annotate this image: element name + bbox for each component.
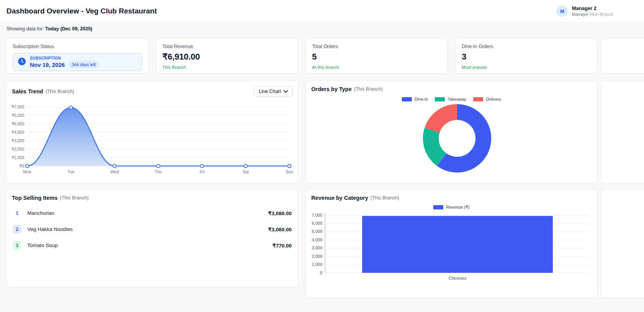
svg-text:Tue: Tue bbox=[68, 169, 75, 174]
takeaway-swatch-icon bbox=[435, 97, 445, 101]
item-name: Tomato Soup bbox=[27, 242, 58, 248]
svg-text:6,000: 6,000 bbox=[312, 221, 322, 226]
user-name: Manager 2 bbox=[572, 5, 613, 12]
list-item: 3 Tomato Soup ₹770.00 bbox=[12, 239, 292, 252]
svg-text:5,000: 5,000 bbox=[312, 229, 322, 234]
rank-badge: 2 bbox=[13, 225, 21, 234]
dinein-orders-label: Dine-In Orders bbox=[462, 44, 591, 49]
top-selling-list: 1 Manchurian ₹3,080.00 2 Veg Hakka Noodl… bbox=[12, 206, 292, 252]
subscription-card-label: Subscription Status bbox=[13, 44, 142, 49]
subscription-box: SUBSCRIPTION Nov 19, 2026 344 days left bbox=[13, 53, 142, 71]
item-amount: ₹770.00 bbox=[272, 242, 292, 249]
total-revenue-value: ₹6,910.00 bbox=[162, 52, 292, 62]
orders-by-type-chart bbox=[311, 101, 592, 177]
svg-text:4,000: 4,000 bbox=[312, 237, 322, 242]
top-selling-subtitle: (This Branch) bbox=[60, 195, 89, 201]
revenue-swatch-icon bbox=[433, 205, 443, 209]
app-header: Dashboard Overview - Veg Club Restaurant… bbox=[0, 0, 644, 23]
svg-text:₹2,000: ₹2,000 bbox=[12, 147, 24, 151]
item-amount: ₹3,060.00 bbox=[268, 226, 292, 232]
total-orders-note: At this branch bbox=[312, 65, 441, 70]
chevron-down-icon bbox=[284, 89, 288, 94]
page-title: Dashboard Overview - Veg Club Restaurant bbox=[7, 7, 157, 15]
sales-trend-subtitle: (This Branch) bbox=[45, 89, 74, 94]
subscription-badge-title: SUBSCRIPTION bbox=[30, 56, 99, 60]
legend-item-dinein[interactable]: Dine-In bbox=[402, 97, 428, 101]
delivery-swatch-icon bbox=[473, 97, 483, 101]
svg-text:7,000: 7,000 bbox=[312, 213, 322, 217]
legend-item-delivery[interactable]: Delivery bbox=[473, 97, 501, 101]
user-role: Manager bbox=[572, 12, 588, 17]
rank-badge: 1 bbox=[13, 209, 21, 217]
legend-label-delivery: Delivery bbox=[486, 97, 501, 101]
svg-text:₹3,000: ₹3,000 bbox=[12, 138, 24, 143]
svg-text:Fri: Fri bbox=[200, 169, 205, 174]
svg-text:₹6,000: ₹6,000 bbox=[12, 113, 24, 118]
revenue-by-category-chart: 01,0002,0003,0004,0005,0006,0007,000Chin… bbox=[311, 210, 592, 289]
total-orders-label: Total Orders bbox=[312, 44, 441, 49]
dinein-orders-card: Dine-In Orders 3 Most popular bbox=[455, 38, 598, 74]
user-branch: Main Branch bbox=[590, 12, 613, 17]
total-revenue-note: This Branch bbox=[162, 65, 292, 70]
bar-legend: Revenue (₹) bbox=[311, 205, 592, 210]
legend-label-dinein: Dine-In bbox=[414, 97, 428, 101]
svg-text:Thu: Thu bbox=[155, 169, 162, 174]
legend-item-revenue[interactable]: Revenue (₹) bbox=[433, 205, 469, 210]
dinein-orders-value: 3 bbox=[462, 52, 591, 62]
donut-legend: Dine-In Takeaway Delivery bbox=[311, 97, 592, 101]
svg-text:Mon: Mon bbox=[23, 169, 31, 174]
svg-text:0: 0 bbox=[320, 271, 322, 275]
date-filter-value: Today (Dec 09, 2025) bbox=[45, 26, 92, 32]
rank-badge: 3 bbox=[13, 241, 21, 250]
user-menu[interactable]: M Manager 2 Manager Main Branch bbox=[556, 5, 613, 17]
sales-trend-chart: ₹0₹1,000₹2,000₹3,000₹4,000₹5,000₹6,000₹7… bbox=[12, 101, 292, 178]
dashboard-page: Dashboard Overview - Veg Club Restaurant… bbox=[0, 0, 644, 312]
svg-text:1,000: 1,000 bbox=[312, 262, 322, 267]
sales-trend-card: Sales Trend (This Branch) Line Chart ₹0₹… bbox=[6, 80, 298, 184]
chart-type-dropdown[interactable]: Line Chart bbox=[254, 86, 292, 97]
top-selling-title: Top Selling Items bbox=[12, 195, 58, 201]
svg-text:₹5,000: ₹5,000 bbox=[12, 121, 24, 126]
partial-card bbox=[601, 189, 644, 298]
revenue-by-category-title: Revenue by Category bbox=[311, 195, 368, 201]
clock-icon bbox=[18, 57, 26, 67]
svg-text:Sat: Sat bbox=[243, 169, 249, 174]
orders-by-type-subtitle: (This Branch) bbox=[354, 86, 383, 92]
revenue-by-category-subtitle: (This Branch) bbox=[370, 195, 399, 201]
partial-card bbox=[601, 38, 644, 74]
dinein-swatch-icon bbox=[402, 97, 412, 101]
list-item: 1 Manchurian ₹3,080.00 bbox=[12, 206, 292, 220]
svg-text:₹7,000: ₹7,000 bbox=[12, 105, 24, 109]
total-revenue-card: Total Revenue ₹6,910.00 This Branch bbox=[156, 38, 298, 74]
item-name: Veg Hakka Noodles bbox=[27, 226, 73, 232]
legend-item-takeaway[interactable]: Takeaway bbox=[435, 97, 466, 101]
svg-text:Chineses: Chineses bbox=[449, 276, 466, 280]
user-subtitle: Manager Main Branch bbox=[572, 12, 613, 17]
subscription-status-card: Subscription Status SUBSCRIPTION Nov 19,… bbox=[6, 38, 149, 74]
legend-label-revenue: Revenue (₹) bbox=[446, 205, 469, 210]
chart-type-dropdown-label: Line Chart bbox=[259, 89, 281, 94]
date-filter-summary: Showing data for: Today (Dec 09, 2025) bbox=[7, 26, 92, 32]
svg-text:₹4,000: ₹4,000 bbox=[12, 130, 24, 134]
dinein-orders-note: Most popular bbox=[462, 65, 591, 70]
avatar[interactable]: M bbox=[556, 5, 568, 17]
orders-by-type-card: Orders by Type (This Branch) Dine-In Tak… bbox=[305, 80, 598, 184]
item-amount: ₹3,080.00 bbox=[268, 210, 292, 216]
subscription-expiry-date: Nov 19, 2026 bbox=[30, 61, 65, 68]
svg-text:₹0: ₹0 bbox=[19, 164, 24, 168]
total-revenue-label: Total Revenue bbox=[162, 44, 292, 49]
svg-text:Sun: Sun bbox=[286, 169, 293, 174]
revenue-by-category-card: Revenue by Category (This Branch) Revenu… bbox=[305, 189, 598, 298]
date-filter-prefix: Showing data for: bbox=[7, 26, 44, 32]
svg-text:3,000: 3,000 bbox=[312, 246, 322, 250]
item-name: Manchurian bbox=[27, 210, 54, 216]
total-orders-value: 5 bbox=[312, 52, 441, 62]
partial-card bbox=[601, 80, 644, 184]
sales-trend-title: Sales Trend bbox=[12, 88, 43, 95]
list-item: 2 Veg Hakka Noodles ₹3,060.00 bbox=[12, 222, 292, 236]
total-orders-card: Total Orders 5 At this branch bbox=[305, 38, 448, 74]
svg-text:₹1,000: ₹1,000 bbox=[12, 155, 24, 160]
legend-label-takeaway: Takeaway bbox=[447, 97, 466, 101]
orders-by-type-title: Orders by Type bbox=[311, 86, 352, 92]
top-selling-card: Top Selling Items (This Branch) 1 Manchu… bbox=[6, 189, 298, 287]
